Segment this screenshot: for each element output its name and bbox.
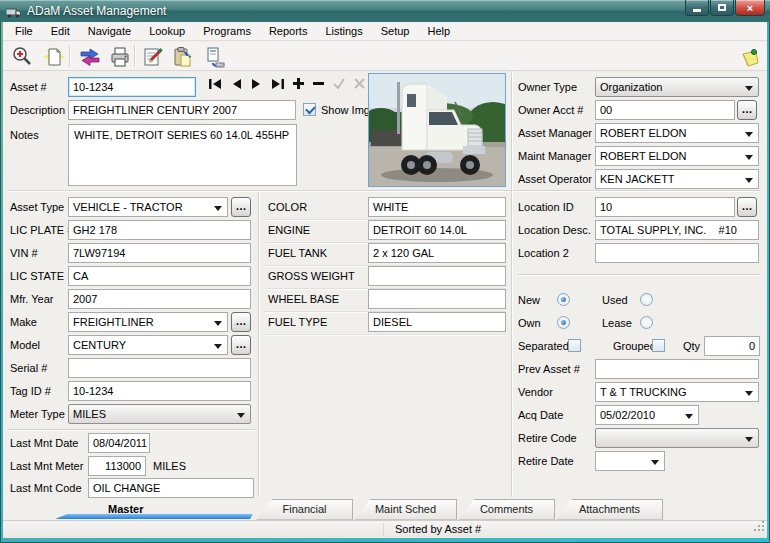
own-radio[interactable] [557,316,570,329]
menu-bar: File Edit Navigate Lookup Programs Repor… [3,22,767,41]
color-field[interactable]: WHITE [368,197,506,217]
vendor-combo[interactable]: T & T TRUCKING [595,382,759,402]
tab-attachments[interactable]: Attachments [556,499,663,520]
lic-state-field[interactable]: CA [68,266,251,286]
nav-last-icon[interactable] [271,79,284,89]
qty-field[interactable]: 0 [704,336,760,356]
asset-manager-label: Asset Manager [518,123,592,143]
menu-help[interactable]: Help [418,22,459,40]
maint-manager-combo[interactable]: ROBERT ELDON [595,146,759,166]
lic-plate-field[interactable]: GH2 178 [68,220,251,240]
menu-edit[interactable]: Edit [42,22,79,40]
asset-number-field[interactable]: 10-1234 [68,77,196,97]
description-label: Description [10,100,65,120]
print-icon[interactable] [107,44,133,69]
nav-accept-icon[interactable] [333,78,345,89]
title-bar[interactable]: ADaM Asset Management × [0,0,770,22]
transfer-arrows-icon[interactable] [77,44,103,69]
separated-checkbox[interactable] [568,339,581,352]
serial-field[interactable] [68,358,251,378]
fuel-tank-field[interactable]: 2 x 120 GAL [368,243,506,263]
model-combo[interactable]: CENTURY [68,335,228,355]
notes-field[interactable]: WHITE, DETROIT SERIES 60 14.0L 455HP [68,124,297,186]
tab-bar: Master Financial Maint Sched Comments At… [3,498,767,520]
meter-type-combo[interactable]: MILES [68,404,251,424]
mfr-year-field[interactable]: 2007 [68,289,251,309]
menu-lookup[interactable]: Lookup [140,22,194,40]
nav-first-icon[interactable] [209,79,222,89]
menu-file[interactable]: File [6,22,42,40]
nav-delete-icon[interactable] [313,78,324,89]
description-field[interactable]: FREIGHTLINER CENTURY 2007 [68,100,296,120]
location-id-field[interactable]: 10 [595,197,735,217]
gross-weight-field[interactable] [368,266,506,286]
make-combo[interactable]: FREIGHTLINER [68,312,228,332]
menu-reports[interactable]: Reports [260,22,317,40]
model-lookup-button[interactable]: … [231,335,251,355]
menu-navigate[interactable]: Navigate [79,22,140,40]
nav-previous-icon[interactable] [231,79,242,89]
used-radio[interactable] [640,293,653,306]
location-2-field[interactable] [595,243,759,263]
mfr-year-label: Mfr. Year [10,289,53,309]
wheel-base-field[interactable] [368,289,506,309]
asset-operator-combo[interactable]: KEN JACKETT [595,169,759,189]
asset-manager-combo[interactable]: ROBERT ELDON [595,123,759,143]
make-label: Make [10,312,37,332]
column-divider [258,192,260,497]
nav-add-icon[interactable] [293,78,304,89]
asset-photo [368,73,506,187]
location-id-lookup-button[interactable]: … [737,197,757,217]
serial-label: Serial # [10,358,47,378]
model-label: Model [10,335,40,355]
asset-operator-label: Asset Operator [518,169,592,189]
owner-acct-lookup-button[interactable]: … [737,100,757,120]
location-desc-field[interactable]: TOTAL SUPPLY, INC. #10 [595,220,759,240]
make-lookup-button[interactable]: … [231,312,251,332]
tag-id-field[interactable]: 10-1234 [68,381,251,401]
show-img-checkbox[interactable] [303,103,316,116]
edit-record-icon[interactable] [140,44,166,69]
retire-date-picker[interactable] [595,451,665,471]
fuel-type-field[interactable]: DIESEL [368,312,506,332]
owner-acct-field[interactable]: 00 [595,100,735,120]
condition-divider [518,274,760,276]
tab-financial[interactable]: Financial [256,499,353,520]
menu-listings[interactable]: Listings [316,22,371,40]
paste-record-icon[interactable] [170,44,196,69]
sticky-note-icon[interactable] [737,44,763,69]
vin-field[interactable]: 7LW97194 [68,243,251,263]
tab-comments[interactable]: Comments [458,499,555,520]
nav-cancel-icon[interactable] [354,78,365,89]
resize-grip[interactable] [754,518,765,536]
grouped-checkbox[interactable] [652,339,665,352]
acq-date-picker[interactable]: 05/02/2010 [595,405,699,425]
menu-programs[interactable]: Programs [194,22,260,40]
export-record-icon[interactable] [202,44,228,69]
last-mnt-meter-field[interactable]: 113000 [88,456,146,476]
lic-state-label: LIC STATE [10,266,64,286]
prev-asset-field[interactable] [595,359,759,379]
close-button[interactable]: × [735,0,765,16]
grouped-label: Grouped [613,336,656,356]
tab-master[interactable]: Master [108,499,143,519]
minimize-button[interactable] [685,0,709,16]
retire-code-label: Retire Code [518,428,577,448]
menu-setup[interactable]: Setup [372,22,419,40]
tab-maint-sched[interactable]: Maint Sched [354,499,457,520]
nav-next-icon[interactable] [251,79,262,89]
engine-field[interactable]: DETROIT 60 14.0L [368,220,506,240]
last-mnt-date-field[interactable]: 08/04/2011 [88,433,150,453]
asset-type-combo[interactable]: VEHICLE - TRACTOR [68,197,228,217]
lease-radio[interactable] [640,316,653,329]
own-label: Own [518,313,541,333]
asset-type-lookup-button[interactable]: … [231,197,251,217]
new-record-icon[interactable] [41,44,67,69]
vendor-label: Vendor [518,382,553,402]
last-mnt-code-field[interactable]: OIL CHANGE [88,478,254,498]
new-radio[interactable] [557,293,570,306]
maximize-button[interactable] [710,0,734,16]
owner-type-combo[interactable]: Organization [595,77,759,97]
retire-code-combo[interactable] [595,428,759,448]
zoom-icon[interactable] [9,44,35,69]
